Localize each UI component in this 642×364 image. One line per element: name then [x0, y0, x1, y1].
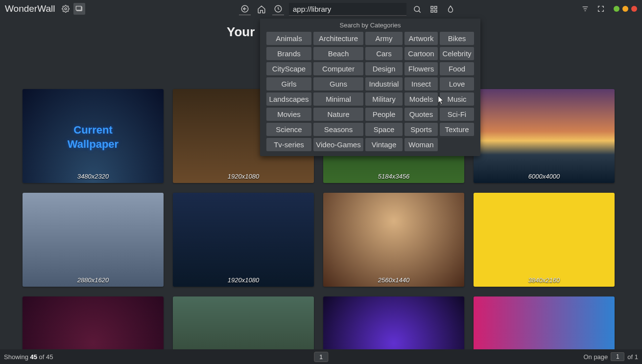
- category-artwork[interactable]: Artwork: [404, 32, 438, 45]
- category-industrial[interactable]: Industrial: [365, 77, 403, 91]
- minimize-dot[interactable]: [614, 6, 619, 12]
- categories-dropdown: Search by Categories AnimalsArchitecture…: [260, 19, 480, 156]
- category-space[interactable]: Space: [365, 123, 403, 136]
- droplet-icon[interactable]: [445, 3, 456, 15]
- svg-point-0: [65, 8, 67, 10]
- wallpaper-thumb[interactable]: 1920x1080: [173, 193, 314, 287]
- category-girls[interactable]: Girls: [266, 77, 311, 91]
- fullscreen-icon[interactable]: [595, 3, 607, 15]
- category-bikes[interactable]: Bikes: [440, 32, 474, 45]
- category-army[interactable]: Army: [365, 32, 403, 45]
- category-seasons[interactable]: Seasons: [313, 123, 363, 136]
- category-tv-series[interactable]: Tv-series: [266, 138, 311, 151]
- page-title: Your: [227, 24, 255, 40]
- svg-rect-11: [435, 6, 437, 9]
- close-dot[interactable]: [631, 6, 637, 12]
- category-nature[interactable]: Nature: [313, 108, 363, 121]
- category-quotes[interactable]: Quotes: [404, 108, 438, 121]
- category-military[interactable]: Military: [365, 92, 403, 106]
- back-icon[interactable]: [239, 3, 251, 15]
- url-input[interactable]: [289, 3, 406, 16]
- category-texture[interactable]: Texture: [440, 123, 474, 136]
- category-vintage[interactable]: Vintage: [365, 138, 403, 151]
- page-input[interactable]: [611, 352, 624, 361]
- category-architecture[interactable]: Architecture: [313, 32, 363, 45]
- category-computer[interactable]: Computer: [313, 62, 363, 75]
- category-guns[interactable]: Guns: [313, 77, 363, 91]
- current-wallpaper-label: CurrentWallpaper: [23, 123, 164, 151]
- status-bar: Showing 45 of 45 1 On page of 1: [0, 349, 642, 364]
- dropdown-header: Search by Categories: [263, 19, 477, 32]
- category-woman[interactable]: Woman: [404, 138, 438, 151]
- onpage-label: On page: [583, 353, 608, 361]
- category-landscapes[interactable]: Landscapes: [266, 92, 311, 106]
- category-beach[interactable]: Beach: [313, 47, 363, 60]
- app-title: WonderWall: [5, 3, 55, 14]
- category-animals[interactable]: Animals: [266, 32, 311, 45]
- svg-point-8: [414, 6, 420, 12]
- svg-rect-12: [431, 10, 433, 13]
- category-sci-fi[interactable]: Sci-Fi: [440, 108, 474, 121]
- category-movies[interactable]: Movies: [266, 108, 311, 121]
- resolution-label: 1920x1080: [173, 276, 314, 284]
- resolution-label: 3480x2320: [23, 173, 164, 180]
- category-music[interactable]: Music: [440, 92, 474, 106]
- wallpaper-thumb[interactable]: 3840x2160: [474, 193, 615, 287]
- filter-icon[interactable]: [579, 3, 591, 15]
- image-collection-icon[interactable]: [73, 3, 85, 15]
- category-food[interactable]: Food: [440, 62, 474, 75]
- category-minimal[interactable]: Minimal: [313, 92, 363, 106]
- wallpaper-thumb[interactable]: [323, 296, 464, 349]
- category-celebrity[interactable]: Celebrity: [440, 47, 474, 60]
- wallpaper-thumb[interactable]: CurrentWallpaper3480x2320: [23, 89, 164, 183]
- wallpaper-thumb[interactable]: 2560x1440: [323, 193, 464, 287]
- category-love[interactable]: Love: [440, 77, 474, 91]
- resolution-label: 5184x3456: [323, 173, 464, 180]
- wallpaper-thumb[interactable]: [474, 296, 615, 349]
- category-cartoon[interactable]: Cartoon: [404, 47, 438, 60]
- category-cityscape[interactable]: CityScape: [266, 62, 311, 75]
- showing-label: Showing 45 of 45: [4, 353, 53, 361]
- svg-rect-13: [435, 10, 437, 13]
- category-insect[interactable]: Insect: [404, 77, 438, 91]
- svg-line-9: [419, 11, 420, 12]
- mouse-cursor: [438, 96, 444, 105]
- maximize-dot[interactable]: [622, 6, 628, 12]
- page-indicator[interactable]: 1: [314, 352, 328, 362]
- wallpaper-thumb[interactable]: [173, 296, 314, 349]
- svg-rect-2: [76, 6, 82, 10]
- resolution-label: 2560x1440: [323, 276, 464, 284]
- category-design[interactable]: Design: [365, 62, 403, 75]
- resolution-label: 2880x1620: [23, 276, 164, 284]
- category-flowers[interactable]: Flowers: [404, 62, 438, 75]
- resolution-label: 1920x1080: [173, 173, 314, 180]
- onpage-suffix: of 1: [627, 353, 638, 361]
- search-icon[interactable]: [411, 3, 423, 15]
- category-video-games[interactable]: Video-Games: [313, 138, 363, 151]
- svg-rect-10: [431, 6, 433, 9]
- category-models[interactable]: Models: [404, 92, 438, 106]
- category-people[interactable]: People: [365, 108, 403, 121]
- wallpaper-thumb[interactable]: 6000x4000: [474, 89, 615, 183]
- resolution-label: 6000x4000: [474, 173, 615, 180]
- category-sports[interactable]: Sports: [404, 123, 438, 136]
- window-controls[interactable]: [614, 6, 637, 12]
- wallpaper-thumb[interactable]: [23, 296, 164, 349]
- reload-icon[interactable]: [272, 3, 284, 15]
- category-brands[interactable]: Brands: [266, 47, 311, 60]
- grid-view-icon[interactable]: [428, 3, 440, 15]
- settings-icon[interactable]: [60, 3, 71, 15]
- category-cars[interactable]: Cars: [365, 47, 403, 60]
- wallpaper-thumb[interactable]: 2880x1620: [23, 193, 164, 287]
- resolution-label: 3840x2160: [474, 276, 615, 284]
- category-science[interactable]: Science: [266, 123, 311, 136]
- home-icon[interactable]: [256, 3, 267, 15]
